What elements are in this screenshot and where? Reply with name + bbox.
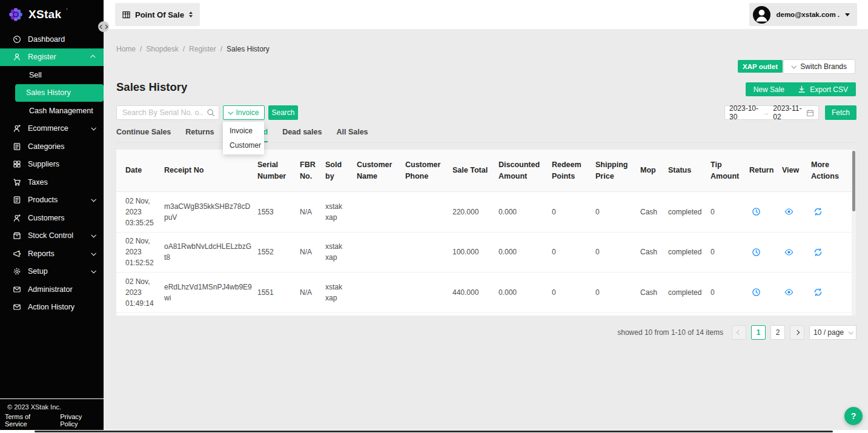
date-range-picker[interactable]: 2023-10-30 → 2023-11-02: [724, 105, 819, 120]
main-content: Home / Shopdesk / Register / Sales Histo…: [104, 29, 868, 433]
sidebar-item-ecommerce[interactable]: Ecommerce: [0, 120, 104, 138]
chevron-right-icon: [795, 330, 800, 335]
view-icon[interactable]: [782, 207, 811, 216]
sync-icon[interactable]: [811, 207, 846, 216]
tab-dead-sales[interactable]: Dead sales: [282, 128, 322, 142]
fetch-button[interactable]: Fetch: [825, 105, 856, 120]
col-return: Return: [749, 165, 782, 176]
pagination-prev-button[interactable]: [732, 325, 746, 340]
pagination-page-1[interactable]: 1: [751, 325, 766, 340]
avatar: [753, 6, 770, 24]
cell-status: completed: [668, 207, 711, 217]
cell-sale-total: 440.000: [452, 287, 499, 298]
stock-control-icon: [12, 231, 21, 240]
search-type-select[interactable]: Invoice: [223, 105, 265, 120]
view-icon[interactable]: [782, 248, 811, 257]
col-discounted-amount: Discounted Amount: [499, 159, 552, 181]
dropdown-option-customer[interactable]: Customer: [223, 138, 264, 153]
cell-serial-number: 1552: [257, 246, 300, 257]
scrollbar-thumb[interactable]: [852, 151, 855, 211]
sync-icon[interactable]: [811, 248, 846, 257]
dashboard-icon: [12, 35, 21, 44]
cell-shipping-price: 0: [595, 207, 640, 217]
outlet-badge: XAP outlet: [738, 60, 783, 73]
breadcrumb-separator: /: [220, 45, 222, 53]
breadcrumb-separator: /: [183, 45, 185, 53]
user-menu[interactable]: demo@xstak.com .: [749, 3, 857, 26]
pagination-page-2[interactable]: 2: [770, 325, 785, 340]
sidebar-item-dashboard[interactable]: Dashboard: [0, 30, 104, 48]
view-icon[interactable]: [782, 288, 811, 297]
cell-tip-amount: 0: [711, 207, 749, 217]
search-button[interactable]: Search: [268, 105, 298, 120]
col-more-actions: More Actions: [811, 159, 846, 181]
cell-date: 02 Nov, 2023 01:52:52: [125, 236, 164, 268]
help-button[interactable]: ?: [844, 407, 863, 425]
switch-brands-label: Switch Brands: [800, 62, 847, 71]
cell-status: completed: [668, 287, 711, 298]
page-size-select[interactable]: 10 / page: [809, 325, 856, 340]
cell-fbr-no: N/A: [300, 287, 325, 298]
sidebar-item-register[interactable]: Register: [0, 48, 104, 67]
sidebar-item-label: Ecommerce: [28, 124, 85, 133]
breadcrumb-home[interactable]: Home: [116, 45, 136, 53]
switch-brands-button[interactable]: Switch Brands: [783, 59, 855, 74]
tab-continue-sales[interactable]: Continue Sales: [116, 128, 171, 142]
sidebar-item-reports[interactable]: Reports: [0, 245, 104, 263]
tab-all-sales[interactable]: All Sales: [336, 128, 368, 142]
return-action-icon[interactable]: [749, 207, 782, 216]
sidebar-item-customers[interactable]: Customers: [0, 209, 104, 227]
cell-sold-by: xstak xap: [325, 201, 357, 223]
date-to-value[interactable]: 2023-11-02: [773, 104, 803, 121]
cell-redeem-points: 0: [552, 207, 595, 217]
sidebar-item-sales-history[interactable]: Sales History: [15, 84, 104, 102]
sidebar-item-sell[interactable]: Sell: [0, 66, 104, 84]
brand-logo[interactable]: XStak ’: [0, 0, 104, 28]
sidebar-item-label: Action History: [28, 303, 95, 311]
col-date: Date: [125, 165, 164, 176]
sidebar-item-action-history[interactable]: Action History: [0, 299, 104, 317]
envelope-icon: [12, 303, 21, 311]
breadcrumb: Home / Shopdesk / Register / Sales Histo…: [116, 45, 270, 53]
return-action-icon[interactable]: [749, 288, 782, 297]
brand-name: XStak: [28, 8, 61, 21]
chevron-down-icon: [91, 268, 96, 273]
page-size-value: 10 / page: [813, 328, 844, 337]
tab-returns[interactable]: Returns: [185, 128, 214, 142]
breadcrumb-shopdesk[interactable]: Shopdesk: [146, 45, 178, 53]
new-sale-button[interactable]: New Sale: [746, 82, 792, 96]
horizontal-scrollbar-thumb[interactable]: [35, 431, 833, 432]
sidebar-item-administrator[interactable]: Administrator: [0, 280, 104, 299]
dropdown-option-invoice[interactable]: Invoice: [223, 124, 264, 138]
pagination-next-button[interactable]: [790, 325, 804, 340]
return-action-icon[interactable]: [749, 248, 782, 257]
date-from-value[interactable]: 2023-10-30: [729, 104, 759, 121]
sidebar-item-cash-management[interactable]: Cash Management: [0, 102, 104, 120]
chevron-down-icon: [91, 197, 96, 202]
sidebar-item-stock-control[interactable]: Stock Control: [0, 227, 104, 245]
sidebar-item-suppliers[interactable]: Suppliers: [0, 156, 104, 174]
breadcrumb-register[interactable]: Register: [189, 45, 216, 53]
sidebar-item-products[interactable]: Products: [0, 191, 104, 210]
cell-sale-total: 100.000: [452, 246, 499, 257]
date-range-arrow: →: [763, 109, 769, 116]
table-scrollbar[interactable]: [852, 150, 856, 316]
cell-sale-total: 220.000: [452, 207, 499, 217]
app-selector[interactable]: Point Of Sale: [115, 3, 200, 26]
sidebar-collapse-button[interactable]: [98, 21, 109, 32]
sidebar-item-taxes[interactable]: Taxes: [0, 173, 104, 191]
cell-redeem-points: 0: [552, 287, 595, 298]
sidebar-item-label: Reports: [28, 250, 85, 258]
privacy-policy-link[interactable]: Privacy Policy: [60, 413, 99, 428]
cell-discounted-amount: 0.000: [499, 287, 552, 298]
terms-of-service-link[interactable]: Terms of Service: [5, 413, 51, 428]
cell-status: completed: [668, 246, 711, 257]
sidebar-item-setup[interactable]: Setup: [0, 263, 104, 281]
sync-icon[interactable]: [811, 288, 846, 297]
export-csv-button[interactable]: Export CSV: [790, 82, 856, 96]
search-icon: [207, 108, 215, 117]
sidebar: XStak ’ Dashboard Register Sell Sales Hi…: [0, 0, 104, 433]
sidebar-item-categories[interactable]: Categories: [0, 137, 104, 156]
search-input[interactable]: [116, 105, 219, 120]
cell-fbr-no: N/A: [300, 246, 325, 257]
